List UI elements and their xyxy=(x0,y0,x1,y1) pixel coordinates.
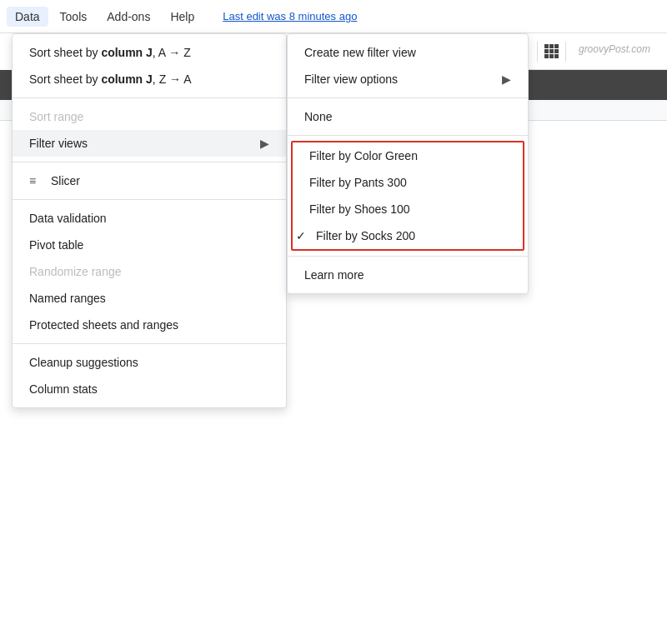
column-stats-item[interactable]: Column stats xyxy=(13,376,286,402)
menu-item-help[interactable]: Help xyxy=(162,7,203,27)
sort-za-item[interactable]: Sort sheet by column J, Z → A xyxy=(13,66,286,92)
divider-3 xyxy=(13,199,286,200)
divider-2 xyxy=(13,162,286,162)
submenu-divider-2 xyxy=(288,135,528,136)
watermark: groovyPost.com xyxy=(579,43,650,55)
submenu-divider-1 xyxy=(288,97,528,98)
sort-range-item: Sort range xyxy=(13,103,286,130)
menu-item-data[interactable]: Data xyxy=(7,7,48,27)
slicer-item[interactable]: ≡ Slicer xyxy=(13,167,286,194)
protected-sheets-item[interactable]: Protected sheets and ranges xyxy=(13,312,286,338)
cleanup-item[interactable]: Cleanup suggestions xyxy=(13,349,286,376)
submenu-divider-3 xyxy=(288,256,528,257)
sort-az-item[interactable]: Sort sheet by column J, A → Z xyxy=(13,39,286,66)
filter-socks-item[interactable]: ✓ Filter by Socks 200 xyxy=(293,222,523,249)
menu-item-addons[interactable]: Add-ons xyxy=(98,7,158,27)
menu-item-tools[interactable]: Tools xyxy=(52,7,96,27)
filter-view-options-arrow: ▶ xyxy=(502,72,511,86)
filter-views-arrow: ▶ xyxy=(260,137,269,150)
randomize-range-item: Randomize range xyxy=(13,258,286,285)
divider-1 xyxy=(13,97,286,98)
toolbar-separator-1 xyxy=(537,42,538,62)
named-ranges-item[interactable]: Named ranges xyxy=(13,285,286,312)
data-menu: Sort sheet by column J, A → Z Sort sheet… xyxy=(12,33,287,408)
learn-more-item[interactable]: Learn more xyxy=(288,262,528,288)
filter-views-submenu: Create new filter view Filter view optio… xyxy=(287,33,529,294)
slicer-icon: ≡ xyxy=(29,174,44,187)
toolbar-separator-2 xyxy=(565,42,566,62)
create-filter-view-item[interactable]: Create new filter view xyxy=(288,39,528,66)
screenshot-container: Data Tools Add-ons Help Last edit was 8 … xyxy=(0,0,667,644)
last-edit-link[interactable]: Last edit was 8 minutes ago xyxy=(223,10,357,22)
filter-view-options-item[interactable]: Filter view options ▶ xyxy=(288,66,528,92)
data-validation-item[interactable]: Data validation xyxy=(13,205,286,232)
filter-views-item[interactable]: Filter views ▶ xyxy=(13,130,286,157)
divider-4 xyxy=(13,343,286,344)
pivot-table-item[interactable]: Pivot table xyxy=(13,232,286,258)
filter-pants-item[interactable]: Filter by Pants 300 xyxy=(293,169,523,196)
red-box-container: Filter by Color Green Filter by Pants 30… xyxy=(291,141,524,251)
filter-green-item[interactable]: Filter by Color Green xyxy=(293,142,523,169)
menu-bar: Data Tools Add-ons Help Last edit was 8 … xyxy=(0,0,667,33)
checkmark-icon: ✓ xyxy=(296,229,306,242)
filter-shoes-item[interactable]: Filter by Shoes 100 xyxy=(293,196,523,222)
borders-button[interactable] xyxy=(544,44,559,58)
none-item[interactable]: None xyxy=(288,103,528,130)
